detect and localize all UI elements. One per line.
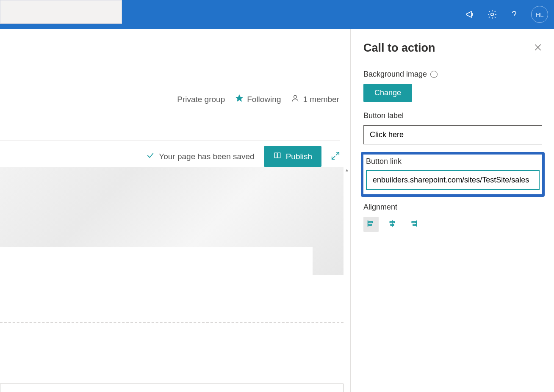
button-label-label: Button label: [363, 111, 542, 120]
site-info-bar: Private group Following 1 member: [177, 94, 339, 105]
svg-point-2: [294, 95, 297, 98]
close-icon: [534, 46, 542, 53]
user-avatar[interactable]: HL: [531, 6, 548, 23]
align-center-icon: [388, 219, 397, 230]
svg-rect-6: [369, 221, 373, 223]
info-icon[interactable]: i: [430, 71, 438, 78]
following-toggle[interactable]: Following: [235, 94, 281, 105]
header-region: [0, 29, 350, 87]
properties-panel: Call to action Background image i Change…: [351, 29, 554, 392]
button-link-label: Button link: [366, 157, 540, 166]
panel-title: Call to action: [363, 41, 435, 55]
button-link-input[interactable]: [366, 170, 540, 190]
publish-button[interactable]: Publish: [264, 146, 321, 167]
align-right-icon: [409, 219, 418, 230]
alignment-options: [363, 217, 542, 232]
expand-icon[interactable]: [331, 151, 340, 162]
group-type-text: Private group: [177, 95, 225, 104]
star-icon: [235, 94, 244, 105]
svg-marker-1: [236, 95, 243, 102]
button-link-highlight: Button link: [361, 152, 545, 197]
content-block: [0, 247, 313, 319]
svg-rect-12: [412, 221, 416, 223]
align-left-button[interactable]: [363, 217, 379, 232]
group-type-label: Private group: [177, 95, 225, 104]
topbar-right: HL: [465, 6, 548, 23]
gear-icon[interactable]: [487, 9, 497, 19]
following-label: Following: [247, 95, 281, 104]
webpart-zone[interactable]: [0, 384, 343, 392]
svg-rect-13: [413, 224, 416, 226]
svg-point-0: [491, 13, 493, 16]
button-label-input[interactable]: [363, 125, 542, 144]
align-center-button[interactable]: [385, 217, 400, 232]
megaphone-icon[interactable]: [465, 9, 475, 19]
topbar-left: [0, 0, 122, 29]
members-count[interactable]: 1 member: [291, 94, 339, 105]
background-image-label: Background image i: [363, 70, 542, 79]
top-app-bar: HL: [0, 0, 554, 29]
saved-status: Your page has been saved: [146, 151, 254, 162]
help-icon[interactable]: [509, 9, 519, 19]
align-left-icon: [366, 219, 376, 230]
book-icon: [273, 151, 282, 162]
page-canvas: Private group Following 1 member You: [0, 29, 351, 392]
svg-rect-7: [369, 224, 371, 226]
search-input[interactable]: [0, 0, 122, 24]
members-label: 1 member: [303, 95, 339, 104]
avatar-initials: HL: [535, 11, 543, 18]
change-button[interactable]: Change: [363, 84, 412, 102]
alignment-label: Alignment: [363, 203, 542, 212]
bg-image-text: Background image: [363, 70, 427, 79]
close-button[interactable]: [534, 43, 542, 53]
saved-text: Your page has been saved: [159, 152, 254, 161]
checkmark-icon: [146, 151, 155, 162]
page-action-bar: Your page has been saved Publish: [0, 141, 340, 167]
panel-header: Call to action: [363, 41, 542, 55]
section-divider: [0, 322, 343, 323]
person-icon: [291, 94, 299, 105]
align-right-button[interactable]: [406, 217, 421, 232]
publish-label: Publish: [286, 152, 312, 161]
scroll-up-icon[interactable]: ▲: [345, 168, 349, 172]
